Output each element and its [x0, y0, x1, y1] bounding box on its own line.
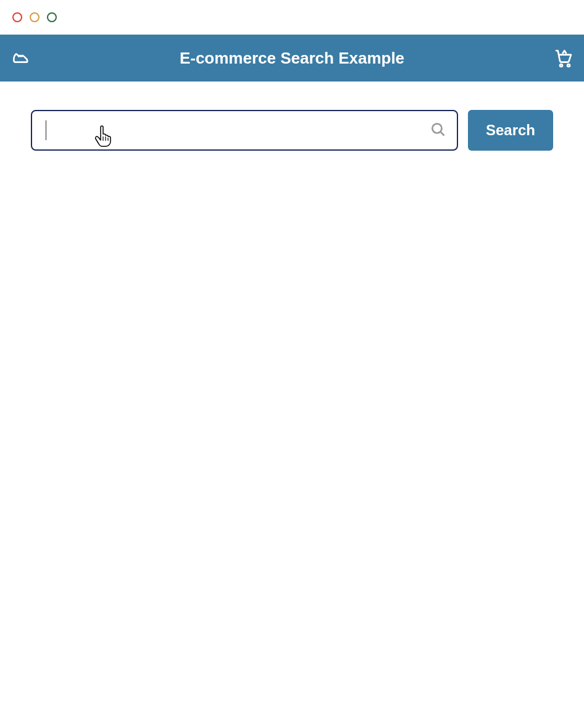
search-box[interactable] [31, 110, 458, 151]
app-bar: E-commerce Search Example [0, 35, 584, 82]
close-window-button[interactable] [12, 12, 22, 22]
search-row: Search [31, 110, 553, 151]
svg-point-0 [560, 64, 562, 67]
minimize-window-button[interactable] [30, 12, 40, 22]
text-caret [46, 120, 46, 140]
app-title: E-commerce Search Example [31, 49, 553, 68]
svg-point-1 [567, 64, 570, 67]
window-titlebar [0, 0, 584, 35]
search-input[interactable] [43, 122, 430, 138]
search-button[interactable]: Search [468, 110, 553, 151]
cart-icon[interactable] [553, 48, 574, 69]
maximize-window-button[interactable] [47, 12, 57, 22]
shoe-icon[interactable] [10, 48, 31, 69]
main-content: Search [0, 82, 584, 151]
search-icon[interactable] [430, 121, 446, 140]
svg-line-3 [441, 132, 444, 135]
